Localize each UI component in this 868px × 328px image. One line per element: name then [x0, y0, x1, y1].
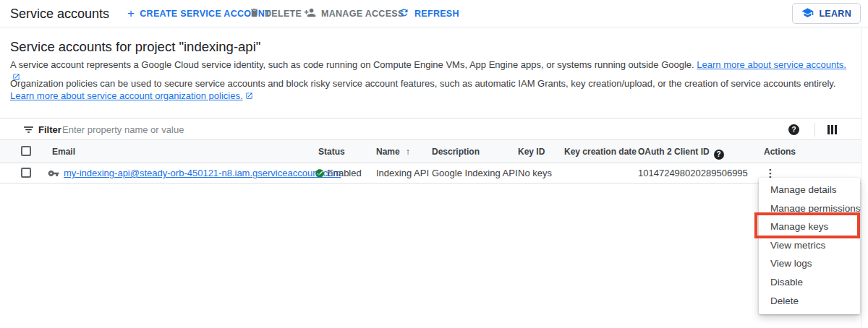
menu-item-manage-keys[interactable]: Manage keys: [759, 217, 860, 236]
person-add-icon: [304, 7, 316, 21]
col-key-creation-date: Key creation date: [564, 140, 637, 163]
delete-button[interactable]: DELETE: [249, 0, 302, 27]
refresh-icon: [399, 7, 409, 20]
email-cell: my-indexing-api@steady-orb-450121-n8.iam…: [64, 163, 341, 184]
filter-input[interactable]: [62, 121, 511, 137]
service-accounts-page: Service accounts + CREATE SERVICE ACCOUN…: [0, 0, 868, 328]
content-right-edge: [861, 27, 861, 328]
plus-icon: +: [127, 7, 135, 20]
service-account-key-icon: [48, 168, 59, 182]
col-status: Status: [318, 140, 345, 163]
service-account-email-link[interactable]: my-indexing-api@steady-orb-450121-n8.iam…: [64, 168, 341, 178]
page-title: Service accounts: [10, 7, 109, 22]
menu-item-view-metrics[interactable]: View metrics: [759, 236, 860, 255]
filter-bar-divider: [814, 123, 815, 137]
col-name-sortable[interactable]: Name↑: [376, 140, 410, 163]
intro-text: A service account represents a Google Cl…: [10, 59, 694, 70]
table-row: my-indexing-api@steady-orb-450121-n8.iam…: [0, 163, 861, 184]
section-heading: Service accounts for project "indexing-a…: [10, 39, 260, 55]
trash-icon: [249, 7, 260, 20]
key-id-cell: No keys: [518, 163, 552, 184]
delete-label: DELETE: [265, 9, 302, 19]
table-header-row: Email Status Name↑ Description Key ID Ke…: [0, 140, 861, 163]
refresh-label: REFRESH: [414, 9, 459, 19]
oauth-help-icon[interactable]: ?: [714, 150, 724, 160]
menu-item-manage-permissions[interactable]: Manage permissions: [759, 199, 860, 218]
org-policy-learn-more-link[interactable]: Learn more about service account organiz…: [10, 90, 243, 101]
col-key-id: Key ID: [518, 140, 545, 163]
filter-label: Filter: [38, 124, 61, 135]
manage-access-label: MANAGE ACCESS: [321, 9, 404, 19]
menu-item-manage-details[interactable]: Manage details: [759, 181, 860, 199]
top-toolbar: Service accounts + CREATE SERVICE ACCOUN…: [0, 0, 868, 27]
status-enabled-icon: [315, 168, 325, 181]
org-policy-paragraph: Organization policies can be used to sec…: [10, 77, 854, 103]
sort-ascending-icon: ↑: [406, 146, 411, 157]
select-all-checkbox[interactable]: [21, 146, 31, 156]
learn-label: LEARN: [819, 9, 851, 19]
row-actions-menu: Manage details Manage permissions Manage…: [759, 178, 860, 314]
graduation-cap-icon: [801, 7, 814, 21]
menu-item-delete[interactable]: Delete: [759, 292, 860, 311]
col-oauth-client-id: OAuth 2 Client ID?: [638, 140, 724, 163]
name-cell: Indexing API: [376, 163, 429, 184]
filter-bar: Filter ?: [0, 118, 861, 140]
intro-learn-more-link[interactable]: Learn more about service accounts.: [697, 59, 846, 70]
row-checkbox[interactable]: [21, 168, 31, 178]
column-display-icon[interactable]: [827, 125, 837, 134]
external-link-icon: [245, 90, 253, 103]
menu-item-disable[interactable]: Disable: [759, 273, 860, 292]
learn-button[interactable]: LEARN: [792, 3, 861, 24]
status-cell: Enabled: [327, 163, 362, 184]
refresh-button[interactable]: REFRESH: [399, 0, 459, 27]
col-description: Description: [432, 140, 480, 163]
description-cell: Google Indexing API: [432, 163, 518, 184]
menu-item-view-logs[interactable]: View logs: [759, 254, 860, 273]
col-actions: Actions: [764, 140, 796, 163]
filter-icon: [22, 124, 35, 139]
oauth-client-id-cell: 101472498020289506995: [638, 163, 748, 184]
manage-access-button[interactable]: MANAGE ACCESS: [304, 0, 404, 27]
filter-help-icon[interactable]: ?: [788, 124, 799, 135]
col-email: Email: [52, 140, 75, 163]
org-policy-text: Organization policies can be used to sec…: [10, 78, 835, 89]
